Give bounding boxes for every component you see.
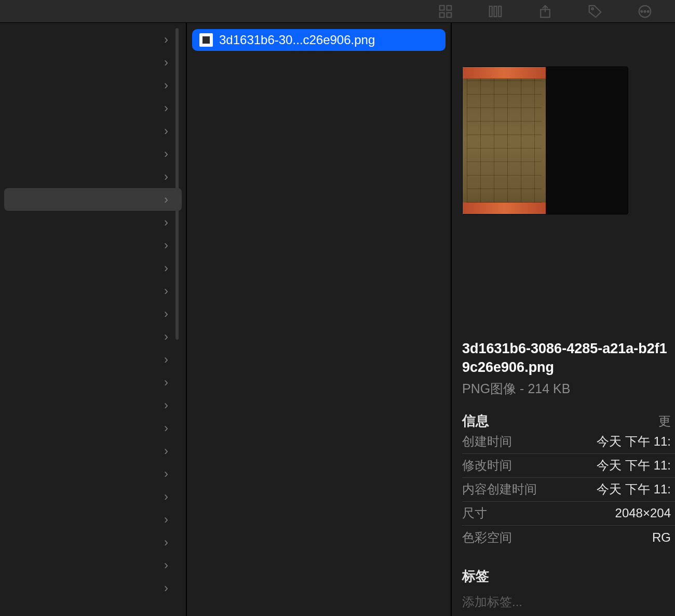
chevron-right-icon: › [164, 124, 168, 138]
folder-row[interactable]: › [4, 211, 182, 234]
info-row: 色彩空间RG [462, 526, 675, 550]
file-row[interactable]: 3d1631b6-30...c26e906.png [192, 29, 446, 51]
folder-row[interactable]: › [4, 439, 182, 462]
chevron-right-icon: › [164, 375, 168, 390]
chevron-right-icon: › [164, 78, 168, 92]
svg-point-11 [641, 10, 642, 12]
info-value: 今天 下午 11: [597, 433, 671, 450]
info-row: 修改时间今天 下午 11: [462, 454, 675, 478]
file-thumbnail-icon [199, 33, 213, 47]
folder-row[interactable]: › [4, 348, 182, 371]
info-key: 内容创建时间 [462, 481, 537, 498]
folder-row[interactable]: › [4, 257, 182, 279]
column-view: ››››››››››››››››››››››››› 3d1631b6-30...… [0, 23, 675, 616]
chevron-right-icon: › [164, 535, 168, 550]
svg-rect-4 [490, 6, 492, 17]
chevron-right-icon: › [164, 581, 168, 595]
chevron-right-icon: › [164, 466, 168, 481]
chevron-right-icon: › [164, 489, 168, 504]
scrollbar[interactable] [176, 28, 179, 340]
folder-row[interactable]: › [4, 554, 182, 577]
chevron-right-icon: › [164, 192, 168, 207]
svg-point-8 [591, 8, 593, 10]
svg-rect-0 [440, 5, 444, 10]
svg-rect-3 [447, 12, 452, 17]
folder-row[interactable]: › [4, 508, 182, 531]
info-key: 修改时间 [462, 457, 512, 474]
folder-row[interactable]: › [4, 531, 182, 554]
chevron-right-icon: › [164, 101, 168, 115]
tags-heading: 标签 [462, 567, 675, 585]
info-section-header: 信息 更 [462, 412, 675, 430]
folder-row[interactable]: › [4, 417, 182, 439]
svg-rect-6 [498, 6, 501, 17]
file-name: 3d1631b6-30...c26e906.png [219, 33, 375, 47]
svg-point-12 [647, 10, 649, 12]
svg-point-10 [644, 10, 646, 12]
folder-row[interactable]: › [4, 485, 182, 508]
folder-row[interactable]: › [4, 462, 182, 485]
show-more-link[interactable]: 更 [658, 413, 671, 430]
folder-row[interactable]: › [4, 28, 182, 51]
add-tag-input[interactable]: 添加标签... [462, 594, 675, 610]
action-icon[interactable] [636, 2, 654, 21]
folder-row[interactable]: › [4, 234, 182, 257]
info-value: 2048×204 [615, 506, 671, 520]
info-key: 色彩空间 [462, 529, 512, 546]
chevron-right-icon: › [164, 306, 168, 321]
info-row: 创建时间今天 下午 11: [462, 430, 675, 454]
svg-rect-1 [447, 5, 452, 10]
preview-filename: 3d1631b6-3086-4285-a21a-b2f19c26e906.png [462, 339, 675, 377]
chevron-right-icon: › [164, 284, 168, 298]
info-key: 尺寸 [462, 505, 487, 521]
view-columns-icon[interactable] [486, 2, 505, 21]
folder-row[interactable]: › [4, 279, 182, 302]
chevron-right-icon: › [164, 169, 168, 184]
chevron-right-icon: › [164, 146, 168, 161]
folder-row[interactable]: › [4, 394, 182, 417]
info-value: RG [652, 530, 671, 545]
chevron-right-icon: › [164, 352, 168, 367]
folders-column[interactable]: ››››››››››››››››››››››››› [0, 23, 187, 616]
svg-rect-2 [440, 12, 444, 17]
info-value: 今天 下午 11: [597, 457, 671, 474]
chevron-right-icon: › [164, 512, 168, 527]
preview-type-size: PNG图像 - 214 KB [462, 380, 675, 397]
toolbar [0, 0, 675, 23]
folder-row[interactable]: › [4, 325, 182, 348]
chevron-right-icon: › [164, 421, 168, 435]
chevron-right-icon: › [164, 558, 168, 572]
folder-row[interactable]: › [4, 188, 182, 211]
folder-row[interactable]: › [4, 142, 182, 165]
info-row: 尺寸2048×204 [462, 502, 675, 526]
chevron-right-icon: › [164, 444, 168, 458]
folder-row[interactable]: › [4, 97, 182, 119]
chevron-right-icon: › [164, 55, 168, 70]
chevron-right-icon: › [164, 398, 168, 412]
share-icon[interactable] [536, 2, 555, 21]
preview-column: 3d1631b6-3086-4285-a21a-b2f19c26e906.png… [452, 23, 675, 616]
folder-row[interactable]: › [4, 371, 182, 394]
chevron-right-icon: › [164, 238, 168, 252]
preview-thumbnail[interactable] [462, 66, 628, 215]
folder-row[interactable]: › [4, 302, 182, 325]
folder-row[interactable]: › [4, 51, 182, 74]
svg-rect-5 [494, 6, 497, 17]
info-row: 内容创建时间今天 下午 11: [462, 478, 675, 502]
chevron-right-icon: › [164, 32, 168, 47]
chevron-right-icon: › [164, 215, 168, 230]
folder-row[interactable]: › [4, 577, 182, 599]
info-value: 今天 下午 11: [597, 481, 671, 498]
info-key: 创建时间 [462, 433, 512, 450]
view-grid-icon[interactable] [436, 2, 455, 21]
chevron-right-icon: › [164, 261, 168, 275]
folder-row[interactable]: › [4, 74, 182, 97]
chevron-right-icon: › [164, 329, 168, 344]
tag-icon[interactable] [586, 2, 604, 21]
info-heading: 信息 [462, 412, 489, 430]
files-column[interactable]: 3d1631b6-30...c26e906.png [187, 23, 452, 616]
folder-row[interactable]: › [4, 165, 182, 188]
folder-row[interactable]: › [4, 119, 182, 142]
